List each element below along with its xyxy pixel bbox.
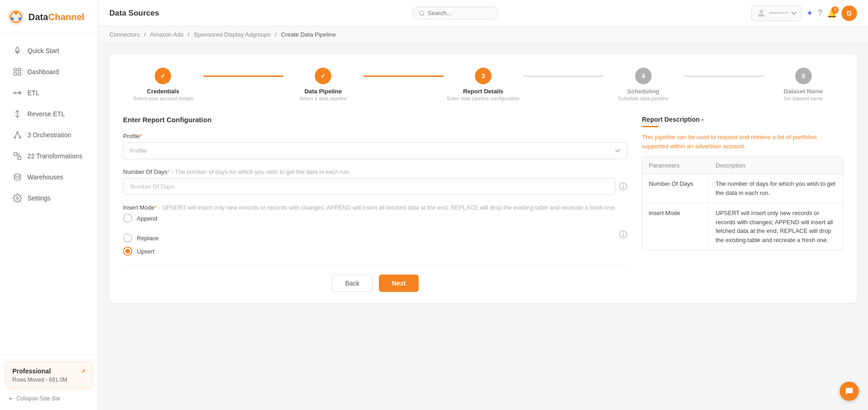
svg-point-4 [11,17,14,20]
number-of-days-input[interactable] [123,178,615,195]
svg-rect-9 [18,73,21,76]
reverse-etl-icon [13,109,22,119]
desc-row-1: Number Of Days The number of days for wh… [642,174,843,203]
step-scheduling: 4 Scheduling Schedule data pipeline [603,68,683,101]
sidebar-item-etl[interactable]: ETL [4,83,94,103]
notifications-button[interactable]: 🔔 3 [827,8,837,18]
description-panel: Report Description - This pipeline can b… [642,116,843,292]
step-5-circle: 5 [795,68,812,84]
sidebar-item-orchestration[interactable]: 3 Orchestration [4,125,94,145]
stepper: ✓ Credentials Select your account detail… [123,68,843,101]
breadcrumb-amazon-ads[interactable]: Amazon Ads [150,31,183,38]
number-of-days-label: Number Of Days* - The number of days for… [123,168,627,175]
etl-icon [13,88,22,97]
transformations-icon [13,151,22,161]
profile-group: Profile* Profile [123,133,627,159]
back-button[interactable]: Back [332,275,372,292]
radio-upsert-label: Upsert [137,248,154,255]
step-2-circle: ✓ [315,68,331,84]
sidebar-item-transformations[interactable]: 22 Transformations [4,146,94,166]
sidebar-item-label: Dashboard [27,68,59,76]
dropdown-chevron-icon [791,11,797,16]
radio-replace-circle [123,233,132,243]
settings-icon [13,194,22,203]
chat-bubble-button[interactable] [840,382,859,401]
help-button[interactable]: ? [818,8,822,18]
description-table-header: Parameters Description [642,157,843,174]
radio-replace-label: Replace [137,235,159,242]
grid-icon [13,67,22,76]
profile-select[interactable]: Profile [123,142,627,159]
svg-point-12 [16,132,18,133]
desc-desc-1: The number of days for which you wish to… [709,174,843,203]
step-3-label: Report Details [463,88,503,95]
form-section: Enter Report Configuration Profile* Prof… [123,116,627,292]
svg-point-5 [16,51,18,52]
svg-point-2 [15,12,17,15]
sidebar-item-dashboard[interactable]: Dashboard [4,62,94,82]
radio-replace[interactable]: Replace [123,233,159,243]
radio-append-label: Append [137,215,157,222]
datachannel-logo-icon [7,8,25,26]
sidebar-item-label: Warehouses [27,173,63,181]
header: Data Sources •••••••••• ✦ ? 🔔 3 D [98,0,868,27]
desc-col-parameters: Parameters [642,157,709,174]
plan-rows-moved: Rows Moved - 681.0M [12,377,86,383]
sidebar-item-settings[interactable]: Settings [4,188,94,208]
sparkle-icon: ✦ [806,8,813,18]
svg-point-14 [19,137,21,138]
chat-icon [845,387,854,396]
step-1-sublabel: Select your account details [133,96,193,101]
collapse-sidebar-button[interactable]: ⇤ Collapse Side Bar [5,394,92,404]
svg-rect-6 [14,69,17,71]
orchestration-icon [13,130,22,140]
logo-area: DataChannel [0,0,98,34]
radio-append[interactable]: Append [123,214,627,223]
step-4-circle: 4 [635,68,652,84]
breadcrumb-current: Create Data Pipeline [281,31,336,38]
logo-text: DataChannel [28,12,84,22]
search-box[interactable] [412,7,499,19]
avatar[interactable]: D [841,5,857,21]
description-table: Parameters Description Number Of Days Th… [642,157,843,250]
replace-info-button[interactable]: ⓘ [619,229,627,240]
header-title: Data Sources [109,9,159,18]
radio-append-circle [123,214,132,223]
breadcrumb-sponsored-display[interactable]: Sponsored Display Adgroups [194,31,271,38]
next-button[interactable]: Next [379,275,418,292]
number-of-days-group: Number Of Days* - The number of days for… [123,168,627,195]
number-of-days-info-button[interactable]: ⓘ [619,181,627,192]
header-user-area: •••••••••• ✦ ? 🔔 3 D [751,5,857,21]
step-3-circle: 3 [475,68,491,84]
svg-rect-18 [18,156,21,160]
svg-rect-17 [14,153,17,156]
desc-row-2: Insert Mode UPSERT will insert only new … [642,203,843,250]
desc-param-2: Insert Mode [642,203,709,250]
step-5-label: Dataset Name [784,88,823,95]
sidebar-item-label: Settings [27,194,51,202]
notification-badge: 3 [831,6,839,14]
svg-point-10 [14,92,16,94]
description-title: Report Description - [642,116,843,123]
svg-rect-8 [14,73,17,76]
step-line-4 [683,76,763,77]
sidebar-item-reverse-etl[interactable]: Reverse ETL [4,104,94,124]
step-credentials: ✓ Credentials Select your account detail… [123,68,203,101]
svg-line-22 [423,14,425,16]
user-dropdown[interactable]: •••••••••• [751,5,802,21]
sidebar-item-warehouses[interactable]: Warehouses [4,167,94,187]
page-body: ✓ Credentials Select your account detail… [98,43,868,410]
breadcrumb-connectors[interactable]: Connectors [109,31,140,38]
step-line-3 [523,76,603,77]
desc-desc-2: UPSERT will insert only new records or r… [709,203,843,250]
breadcrumb: Connectors / Amazon Ads / Sponsored Disp… [98,27,868,43]
radio-upsert-circle [123,247,132,256]
sidebar-item-quick-start[interactable]: Quick Start [4,41,94,61]
svg-line-15 [15,133,17,137]
search-input[interactable] [428,10,492,16]
rocket-icon [13,46,22,55]
svg-point-20 [16,197,19,200]
description-text: This pipeline can be used to request and… [642,133,843,151]
form-divider [123,265,627,265]
radio-upsert[interactable]: Upsert [123,247,627,256]
